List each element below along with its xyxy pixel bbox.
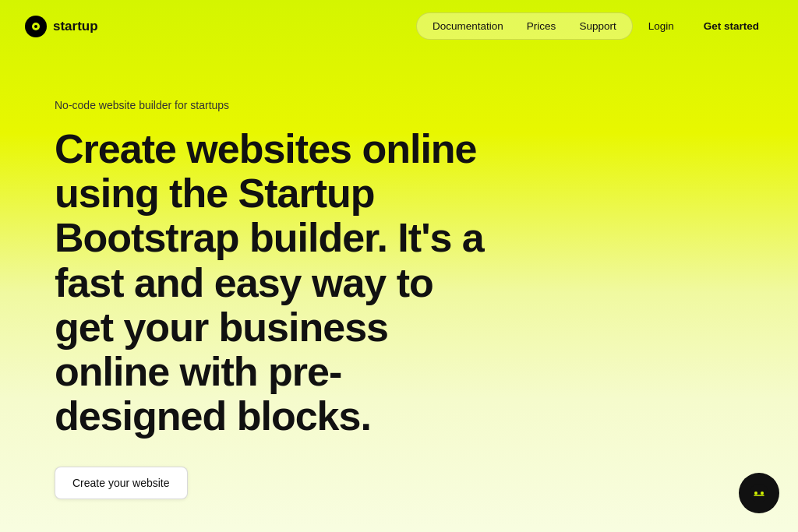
get-started-button[interactable]: Get started [690,15,773,37]
logo-icon [25,16,47,37]
nav-prices[interactable]: Prices [516,16,567,36]
nav-right: Documentation Prices Support Login Get s… [416,12,773,40]
chat-button[interactable] [739,473,779,513]
nav-support[interactable]: Support [568,16,627,36]
hero-section: No-code website builder for startups Cre… [0,52,798,499]
nav-pills: Documentation Prices Support [416,12,633,40]
svg-point-5 [750,484,768,502]
hero-subtitle: No-code website builder for startups [55,99,743,111]
login-link[interactable]: Login [636,16,687,37]
brand-logo[interactable]: startup [25,16,98,37]
svg-point-7 [761,491,764,495]
hero-title: Create websites online using the Startup… [55,127,491,439]
logos-section: Google YAHOO! Disney NASA [0,499,798,532]
brand-name: startup [53,19,98,34]
nav-documentation[interactable]: Documentation [422,16,514,36]
svg-point-1 [34,25,37,28]
svg-point-6 [754,491,757,495]
navbar: startup Documentation Prices Support Log… [0,0,798,52]
cta-button[interactable]: Create your website [55,467,188,499]
